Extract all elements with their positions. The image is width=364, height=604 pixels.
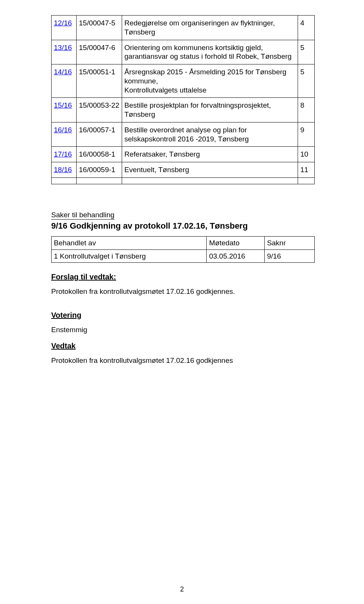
- agenda-item-page: 4: [298, 16, 315, 40]
- agenda-item-ref: 15/00047-5: [77, 16, 122, 40]
- table-row: 12/1615/00047-5Redegjørelse om organiser…: [52, 16, 315, 40]
- agenda-item-title: [122, 177, 298, 184]
- vedtak-text: Protokollen fra kontrollutvalgsmøtet 17.…: [51, 356, 315, 366]
- meta-header-saknr: Saknr: [265, 236, 315, 249]
- votering-heading: Votering: [51, 311, 315, 320]
- agenda-item-number[interactable]: 17/16: [52, 147, 77, 162]
- agenda-item-number[interactable]: 18/16: [52, 162, 77, 178]
- table-row: 17/1616/00058-1Referatsaker, Tønsberg10: [52, 147, 315, 162]
- agenda-item-number: [52, 177, 77, 184]
- agenda-item-title: Referatsaker, Tønsberg: [122, 147, 298, 162]
- page-number: 2: [0, 585, 364, 593]
- agenda-item-link[interactable]: 12/16: [54, 19, 72, 27]
- agenda-item-page: 5: [298, 64, 315, 98]
- agenda-item-ref: 15/00053-22: [77, 98, 122, 122]
- agenda-item-page: 9: [298, 122, 315, 147]
- table-row: [52, 177, 315, 184]
- vedtak-heading: Vedtak: [51, 342, 315, 350]
- agenda-item-page: 5: [298, 40, 315, 64]
- agenda-item-link[interactable]: 13/16: [54, 44, 72, 52]
- table-row: Behandlet av Møtedato Saknr: [52, 236, 315, 249]
- document-page: 12/1615/00047-5Redegjørelse om organiser…: [0, 0, 364, 604]
- agenda-item-page: 8: [298, 98, 315, 122]
- agenda-item-link[interactable]: 14/16: [54, 68, 72, 76]
- agenda-item-ref: 15/00051-1: [77, 64, 122, 98]
- meta-cell-motedato: 03.05.2016: [207, 249, 265, 263]
- meta-table: Behandlet av Møtedato Saknr 1 Kontrollut…: [51, 236, 315, 263]
- forslag-heading: Forslag til vedtak:: [51, 273, 315, 281]
- agenda-item-number[interactable]: 15/16: [52, 98, 77, 122]
- agenda-item-ref: [77, 177, 122, 184]
- agenda-item-ref: 16/00059-1: [77, 162, 122, 178]
- agenda-item-ref: 16/00058-1: [77, 147, 122, 162]
- agenda-item-title: Orientering om kommunens kortsiktig gjel…: [122, 40, 298, 64]
- forslag-text: Protokollen fra kontrollutvalgsmøtet 17.…: [51, 287, 315, 297]
- agenda-item-page: [298, 177, 315, 184]
- agenda-table: 12/1615/00047-5Redegjørelse om organiser…: [51, 15, 315, 184]
- section-label: Saker til behandling: [51, 211, 115, 220]
- agenda-item-title: Redegjørelse om organiseringen av flyktn…: [122, 16, 298, 40]
- agenda-item-title: Årsregnskap 2015 - Årsmelding 2015 for T…: [122, 64, 298, 98]
- agenda-item-title: Bestille prosjektplan for forvaltningspr…: [122, 98, 298, 122]
- meta-header-behandlet: Behandlet av: [52, 236, 207, 249]
- agenda-item-link[interactable]: 18/16: [54, 166, 72, 174]
- section-label-wrapper: Saker til behandling: [51, 211, 315, 220]
- agenda-item-title: Bestille overordnet analyse og plan for …: [122, 122, 298, 147]
- table-row: 14/1615/00051-1Årsregnskap 2015 - Årsmel…: [52, 64, 315, 98]
- agenda-item-page: 11: [298, 162, 315, 178]
- table-row: 15/1615/00053-22Bestille prosjektplan fo…: [52, 98, 315, 122]
- table-row: 18/1616/00059-1Eventuelt, Tønsberg11: [52, 162, 315, 178]
- agenda-item-ref: 16/00057-1: [77, 122, 122, 147]
- votering-text: Enstemmig: [51, 325, 315, 335]
- agenda-item-number[interactable]: 16/16: [52, 122, 77, 147]
- agenda-item-link[interactable]: 15/16: [54, 101, 72, 109]
- meta-cell-saknr: 9/16: [265, 249, 315, 263]
- agenda-item-ref: 15/00047-6: [77, 40, 122, 64]
- section-title: 9/16 Godkjenning av protokoll 17.02.16, …: [51, 221, 315, 231]
- agenda-item-number[interactable]: 12/16: [52, 16, 77, 40]
- table-row: 13/1615/00047-6Orientering om kommunens …: [52, 40, 315, 64]
- agenda-item-link[interactable]: 16/16: [54, 126, 72, 134]
- agenda-item-number[interactable]: 13/16: [52, 40, 77, 64]
- table-row: 16/1616/00057-1Bestille overordnet analy…: [52, 122, 315, 147]
- agenda-item-page: 10: [298, 147, 315, 162]
- table-row: 1 Kontrollutvalget i Tønsberg 03.05.2016…: [52, 249, 315, 263]
- agenda-item-link[interactable]: 17/16: [54, 150, 72, 158]
- agenda-item-title: Eventuelt, Tønsberg: [122, 162, 298, 178]
- meta-cell-behandlet: 1 Kontrollutvalget i Tønsberg: [52, 249, 207, 263]
- meta-header-motedato: Møtedato: [207, 236, 265, 249]
- agenda-item-number[interactable]: 14/16: [52, 64, 77, 98]
